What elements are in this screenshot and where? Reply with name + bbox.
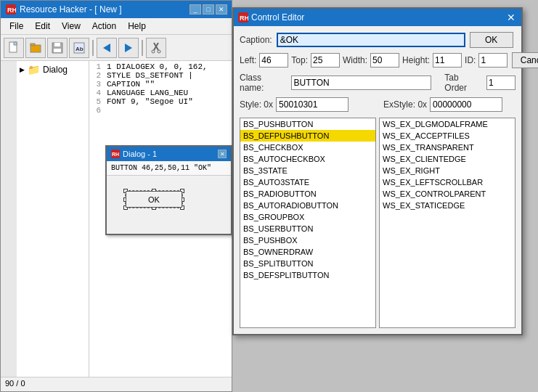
style-list-item[interactable]: BS_OWNERDRAW — [240, 246, 375, 258]
exstyle-list-item[interactable]: WS_EX_LEFTSCROLLBAR — [380, 176, 515, 188]
text-mode-button[interactable]: Ab — [69, 38, 89, 58]
caption-input[interactable] — [277, 33, 465, 47]
forward-button[interactable] — [118, 38, 139, 58]
exstyle-input[interactable] — [430, 97, 502, 112]
classname-label: Class name: — [240, 73, 287, 93]
save-button[interactable] — [47, 38, 68, 58]
exstyle-list-item[interactable]: WS_EX_DLGMODALFRAME — [380, 118, 515, 130]
menu-view[interactable]: View — [56, 20, 86, 33]
exstyle-list-item[interactable]: WS_EX_RIGHT — [380, 165, 515, 176]
menu-bar: File Edit View Action Help — [1, 18, 232, 35]
dialog-close-btn[interactable]: ✕ — [218, 150, 227, 158]
left-input[interactable] — [259, 53, 288, 68]
width-label: Width: — [343, 55, 367, 65]
style-list-item[interactable]: BS_RADIOBUTTON — [240, 188, 375, 200]
exstyle-list-container: WS_EX_DLGMODALFRAMEWS_EX_ACCEPTFILESWS_E… — [379, 118, 515, 328]
rh-logo: RH — [5, 4, 17, 15]
cut-button[interactable] — [146, 38, 166, 58]
style-label: Style: 0x — [240, 99, 273, 110]
code-text-3: CAPTION "" — [107, 80, 155, 89]
code-line-1: 1 1 DIALOGEX 0, 0, 162, — [91, 62, 230, 71]
svg-rect-4 — [30, 44, 35, 46]
menu-help[interactable]: Help — [122, 20, 152, 33]
code-text-5: FONT 9, "Segoe UI" — [107, 97, 193, 106]
close-button[interactable]: ✕ — [216, 4, 227, 15]
toolbar: Ab — [1, 35, 232, 61]
line-num-3: 3 — [91, 80, 101, 89]
style-input[interactable] — [276, 97, 349, 112]
ce-close-button[interactable]: ✕ — [505, 12, 517, 23]
classname-input[interactable] — [291, 75, 432, 90]
code-text-1: 1 DIALOGEX 0, 0, 162, — [107, 62, 208, 71]
line-num-1: 1 — [91, 62, 101, 71]
code-text-4: LANGUAGE LANG_NEU — [107, 89, 188, 97]
main-window-title: Resource Hacker - [ New ] — [20, 4, 122, 15]
top-label: Top: — [291, 55, 308, 65]
main-title-bar: RH Resource Hacker - [ New ] _ □ ✕ — [1, 1, 232, 18]
exstyle-list[interactable]: WS_EX_DLGMODALFRAMEWS_EX_ACCEPTFILESWS_E… — [379, 118, 515, 328]
ok-button[interactable]: OK — [470, 32, 513, 48]
new-button[interactable] — [4, 38, 24, 58]
style-list-item[interactable]: BS_CHECKBOX — [240, 142, 375, 153]
style-list-item[interactable]: BS_AUTO3STATE — [240, 176, 375, 188]
style-list-item[interactable]: BS_AUTORADIOBUTTON — [240, 200, 375, 211]
style-list-item[interactable]: BS_PUSHBOX — [240, 234, 375, 246]
caption-row: Caption: OK — [240, 32, 515, 48]
ok-button-preview[interactable]: OK — [126, 191, 182, 208]
cancel-button[interactable]: Cancel — [512, 52, 538, 68]
toolbar-sep-1 — [92, 40, 94, 56]
button-code-text: BUTTON 46,25,50,11 "OK" — [111, 164, 211, 172]
title-bar-left: RH Resource Hacker - [ New ] — [5, 4, 122, 15]
classname-row: Class name: Tab Order — [240, 73, 515, 93]
svg-marker-11 — [125, 44, 132, 52]
width-input[interactable] — [370, 53, 399, 68]
dialog-button-code: BUTTON 46,25,50,11 "OK" — [107, 161, 231, 176]
id-input[interactable] — [478, 53, 508, 68]
svg-rect-6 — [54, 43, 60, 46]
svg-point-15 — [158, 50, 160, 53]
dialog-preview-window: RH Dialog - 1 ✕ BUTTON 46,25,50,11 "OK" … — [105, 145, 232, 235]
style-list-item[interactable]: BS_PUSHBUTTON — [240, 118, 375, 130]
code-line-3: 3 CAPTION "" — [91, 80, 230, 89]
maximize-button[interactable]: □ — [203, 4, 214, 15]
top-input[interactable] — [311, 53, 340, 68]
control-editor-dialog: RH Control Editor ✕ Caption: OK Left: To… — [232, 7, 523, 335]
ce-title-left: RH Control Editor — [238, 12, 304, 23]
style-list-item[interactable]: BS_AUTOCHECKBOX — [240, 153, 375, 165]
style-list-item[interactable]: BS_SPLITBUTTON — [240, 258, 375, 269]
menu-file[interactable]: File — [4, 20, 29, 33]
dimensions-row: Left: Top: Width: Height: ID: Cancel — [240, 52, 515, 68]
height-input[interactable] — [433, 53, 462, 68]
style-list-item[interactable]: BS_USERBUTTON — [240, 223, 375, 234]
exstyle-list-item[interactable]: WS_EX_STATICEDGE — [380, 200, 515, 211]
style-list-item[interactable]: BS_DEFSPLITBUTTON — [240, 269, 375, 281]
sidebar — [1, 61, 17, 377]
menu-action[interactable]: Action — [86, 20, 122, 33]
folder-icon: 📁 — [28, 64, 40, 75]
back-button[interactable] — [97, 38, 117, 58]
left-label: Left: — [240, 55, 256, 65]
code-line-6: 6 — [91, 106, 230, 115]
taborder-input[interactable] — [486, 75, 515, 90]
exstyle-list-item[interactable]: WS_EX_TRANSPARENT — [380, 142, 515, 153]
tree-dialog-item[interactable]: ▶ 📁 Dialog — [17, 61, 89, 78]
exstyle-list-item[interactable]: WS_EX_CONTROLPARENT — [380, 188, 515, 200]
style-list-item[interactable]: BS_3STATE — [240, 165, 375, 176]
exstyle-list-item[interactable]: WS_EX_CLIENTEDGE — [380, 153, 515, 165]
style-list-item[interactable]: BS_GROUPBOX — [240, 211, 375, 223]
style-list[interactable]: BS_PUSHBUTTONBS_DEFPUSHBUTTONBS_CHECKBOX… — [240, 118, 376, 328]
menu-edit[interactable]: Edit — [29, 20, 56, 33]
style-list-item[interactable]: BS_DEFPUSHBUTTON — [240, 130, 375, 142]
height-label: Height: — [402, 55, 430, 65]
open-button[interactable] — [25, 38, 46, 58]
id-label: ID: — [465, 55, 476, 65]
title-bar-buttons: _ □ ✕ — [189, 4, 227, 15]
dialog-preview-title-bar: RH Dialog - 1 ✕ — [107, 147, 231, 161]
svg-point-14 — [152, 50, 155, 53]
svg-text:RH: RH — [240, 15, 248, 22]
ce-title-text: Control Editor — [251, 12, 304, 23]
ce-body: Caption: OK Left: Top: Width: Height: ID… — [234, 26, 521, 334]
tree-arrow-icon: ▶ — [20, 66, 25, 73]
minimize-button[interactable]: _ — [189, 4, 201, 15]
exstyle-list-item[interactable]: WS_EX_ACCEPTFILES — [380, 130, 515, 142]
